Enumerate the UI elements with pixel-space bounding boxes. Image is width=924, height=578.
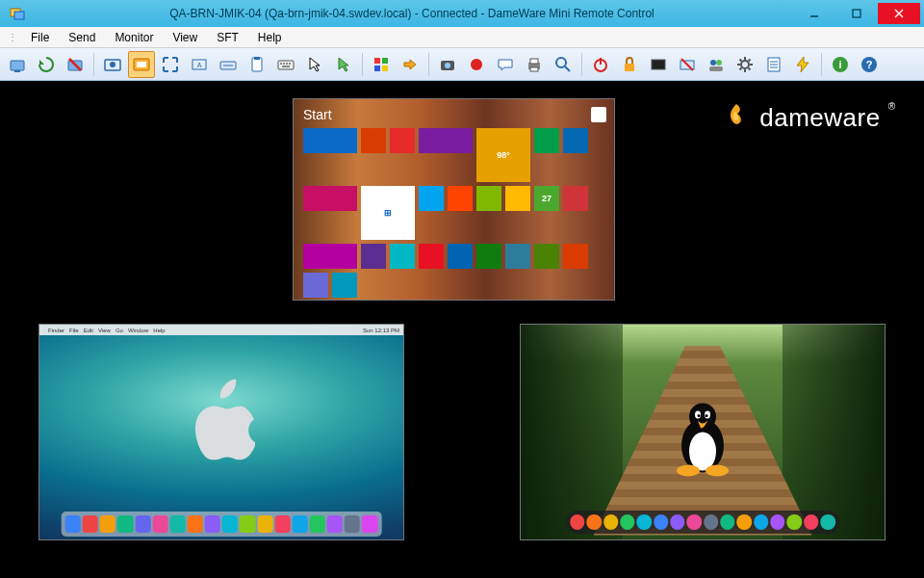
windows-user-badge bbox=[587, 107, 606, 122]
start-tile bbox=[361, 244, 386, 269]
thumbnail-mac[interactable]: Finder File Edit View Go Window Help Sun… bbox=[38, 324, 404, 540]
menu-monitor[interactable]: Monitor bbox=[107, 29, 161, 46]
dock-item-icon bbox=[222, 515, 238, 533]
menu-send[interactable]: Send bbox=[61, 29, 103, 46]
brand-registered-icon: ® bbox=[888, 101, 895, 112]
toolbar-disconnect-button[interactable] bbox=[62, 51, 89, 78]
dock-item-icon bbox=[293, 515, 308, 533]
toolbar-clipboard-in-button[interactable] bbox=[244, 51, 270, 78]
toolbar-fullscreen-button[interactable] bbox=[128, 51, 155, 78]
svg-rect-34 bbox=[530, 59, 538, 64]
toolbar-sendkeys-button[interactable] bbox=[215, 51, 242, 78]
svg-point-11 bbox=[110, 62, 116, 67]
toolbar-fittowindow-button[interactable] bbox=[157, 51, 184, 78]
svg-point-62 bbox=[706, 414, 708, 417]
svg-rect-22 bbox=[283, 63, 285, 65]
svg-point-36 bbox=[556, 58, 566, 67]
start-tile bbox=[332, 273, 357, 298]
toolbar-quickconnect-button[interactable] bbox=[789, 51, 816, 78]
thumbnail-windows[interactable]: Start 98°⊞27 bbox=[293, 98, 615, 301]
svg-rect-46 bbox=[709, 66, 723, 71]
dock-item-icon bbox=[205, 515, 220, 533]
dock-item-icon bbox=[117, 515, 133, 533]
menu-file[interactable]: File bbox=[23, 29, 57, 46]
menu-view[interactable]: View bbox=[165, 29, 205, 46]
toolbar-pointer-button[interactable] bbox=[330, 51, 357, 78]
toolbar-zoom-button[interactable] bbox=[550, 51, 577, 78]
svg-point-31 bbox=[445, 63, 450, 68]
toolbar-cad-button[interactable] bbox=[674, 51, 701, 78]
menu-sft[interactable]: SFT bbox=[209, 29, 246, 46]
dock-item-icon bbox=[83, 515, 98, 533]
window-title: QA-BRN-JMIK-04 (Qa-brn-jmik-04.swdev.loc… bbox=[31, 7, 793, 20]
toolbar-resolution-button[interactable]: A bbox=[186, 51, 213, 78]
toolbar-chat-button[interactable] bbox=[492, 51, 519, 78]
start-tile bbox=[476, 244, 501, 269]
start-tile bbox=[534, 128, 559, 153]
dock-item-icon bbox=[274, 515, 290, 533]
svg-rect-26 bbox=[374, 58, 380, 64]
svg-rect-19 bbox=[254, 57, 260, 60]
app-icon bbox=[10, 6, 25, 21]
dock-item-icon bbox=[770, 514, 784, 530]
start-tile bbox=[303, 244, 357, 269]
brand-flame-icon bbox=[721, 102, 752, 133]
svg-rect-1 bbox=[14, 12, 24, 19]
dock-item-icon bbox=[603, 514, 618, 530]
svg-rect-41 bbox=[652, 60, 665, 69]
toolbar-settings-button[interactable] bbox=[732, 51, 758, 78]
dock-item-icon bbox=[170, 515, 186, 533]
toolbar-record-button[interactable] bbox=[463, 51, 490, 78]
dock-item-icon bbox=[257, 515, 272, 533]
start-tile bbox=[476, 186, 501, 211]
toolbar-separator bbox=[428, 53, 429, 76]
thumbnail-linux[interactable] bbox=[520, 324, 886, 540]
close-button[interactable] bbox=[878, 3, 920, 24]
toolbar-about-button[interactable]: i bbox=[827, 51, 854, 78]
menu-help[interactable]: Help bbox=[250, 29, 290, 46]
mac-menubar: Finder File Edit View Go Window Help Sun… bbox=[39, 325, 403, 335]
svg-rect-6 bbox=[11, 61, 24, 70]
toolbar-blank-button[interactable] bbox=[645, 51, 672, 78]
toolbar-refresh-button[interactable] bbox=[33, 51, 60, 78]
toolbar-keyboard-button[interactable] bbox=[272, 51, 299, 78]
linux-dock bbox=[566, 511, 839, 534]
minimize-button[interactable] bbox=[793, 3, 835, 24]
toolbar-screenshot-button[interactable] bbox=[434, 51, 461, 78]
dock-item-icon bbox=[820, 514, 834, 530]
toolbar-colorpicker-button[interactable] bbox=[368, 51, 395, 78]
toolbar-cursor-button[interactable] bbox=[301, 51, 328, 78]
start-tile bbox=[563, 186, 588, 211]
brand-text: dameware bbox=[759, 103, 880, 133]
svg-text:A: A bbox=[197, 62, 202, 68]
dock-item-icon bbox=[587, 514, 602, 530]
svg-point-45 bbox=[716, 60, 722, 66]
svg-point-47 bbox=[741, 61, 749, 68]
toolbar-lock-button[interactable] bbox=[616, 51, 643, 78]
start-tile bbox=[419, 186, 444, 211]
dock-item-icon bbox=[787, 514, 802, 530]
titlebar: QA-BRN-JMIK-04 (Qa-brn-jmik-04.swdev.loc… bbox=[0, 0, 924, 27]
toolbar-users-button[interactable] bbox=[703, 51, 730, 78]
toolbar-viewonly-button[interactable] bbox=[99, 51, 126, 78]
dock-item-icon bbox=[65, 515, 81, 533]
dock-item-icon bbox=[240, 515, 255, 533]
svg-rect-24 bbox=[289, 63, 291, 65]
start-tile bbox=[390, 128, 415, 153]
dock-item-icon bbox=[135, 515, 150, 533]
toolbar-connect-button[interactable] bbox=[4, 51, 31, 78]
maximize-button[interactable] bbox=[835, 3, 878, 24]
start-tile: 27 bbox=[534, 186, 559, 211]
dock-item-icon bbox=[720, 514, 734, 530]
window-controls bbox=[793, 3, 920, 24]
svg-point-64 bbox=[706, 465, 729, 477]
toolbar-power-button[interactable] bbox=[587, 51, 614, 78]
dock-item-icon bbox=[754, 514, 768, 530]
toolbar-properties-button[interactable] bbox=[760, 51, 787, 78]
toolbar-transfer-button[interactable] bbox=[397, 51, 424, 78]
toolbar-help-button[interactable]: ? bbox=[856, 51, 883, 78]
dock-item-icon bbox=[310, 515, 325, 533]
dock-item-icon bbox=[152, 515, 167, 533]
apple-logo-icon bbox=[188, 380, 255, 463]
toolbar-print-button[interactable] bbox=[521, 51, 548, 78]
